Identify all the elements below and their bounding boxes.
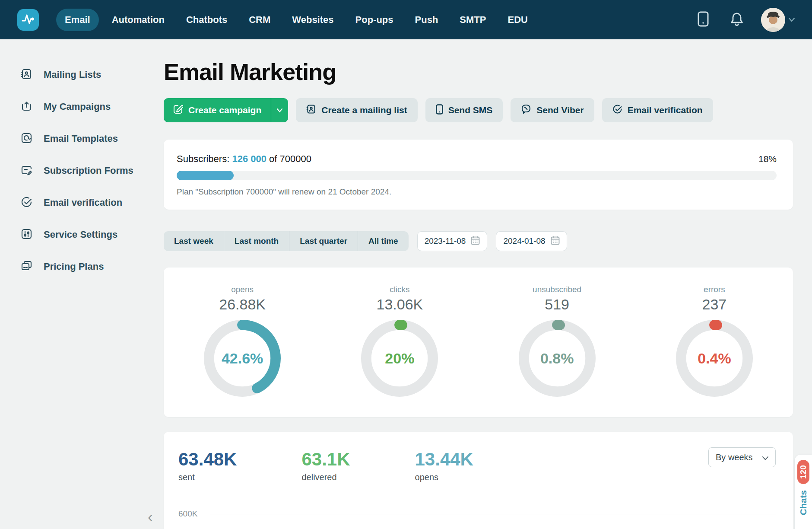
send-viber-button[interactable]: Send Viber [511,98,594,122]
mobile-app-button[interactable] [694,10,713,29]
subscribers-prefix: Subscribers: [177,153,229,164]
form-pencil-icon [21,164,32,178]
stat-value: 63.48K [178,449,237,470]
email-verification-button[interactable]: Email verification [602,98,713,122]
range-all-time[interactable]: All time [358,231,409,251]
plan-renewal-note: Plan "Subscription 700000" will renew on… [177,187,777,197]
stat-sent: 63.48K sent [178,449,237,482]
page-title: Email Marketing [164,58,793,85]
sidebar-item-label: Service Settings [44,229,117,240]
gridline [210,514,776,514]
gauge-donut: 0.4% [676,320,753,397]
summary-stats-row: 63.48K sent 63.1K delivered 13.44K opens [178,449,776,482]
main-content: Email Marketing Create campaign Create a… [164,39,812,529]
chart-axis-row: 600K [178,509,776,519]
chats-side-tab[interactable]: 120 Chats [795,455,812,529]
gauge-value: 237 [702,296,727,313]
stat-label: opens [415,472,473,482]
create-campaign-button[interactable]: Create campaign [164,98,271,122]
address-book-icon [21,68,32,82]
nav-item-push[interactable]: Push [406,9,447,31]
nav-item-automation[interactable]: Automation [103,9,173,31]
chevron-down-icon [789,16,795,24]
send-sms-button[interactable]: Send SMS [425,98,503,122]
create-mailing-list-label: Create a mailing list [321,105,407,115]
gauge-label: unsubscribed [533,285,581,294]
sidebar-item-label: My Campaigns [44,101,111,112]
chats-label: Chats [798,490,809,515]
summary-chart-card: 63.48K sent 63.1K delivered 13.44K opens… [164,432,793,529]
gauge-percent: 0.4% [676,320,753,397]
range-last-week[interactable]: Last week [164,231,224,251]
gauge-donut: 0.8% [519,320,596,397]
nav-item-chatbots[interactable]: Chatbots [178,9,236,31]
sidebar-item-label: Pricing Plans [44,261,104,272]
check-circle-icon [21,196,32,210]
sidebar-item-label: Email verification [44,197,122,208]
templates-icon [21,132,32,146]
stat-value: 63.1K [301,449,350,470]
nav-item-smtp[interactable]: SMTP [451,9,495,31]
gauge-percent: 0.8% [519,320,596,397]
pulse-icon [21,12,35,28]
notifications-button[interactable] [727,10,746,29]
check-circle-icon [612,104,622,116]
y-axis-tick: 600K [178,509,197,519]
subscribers-progress-fill [177,171,234,180]
range-last-quarter[interactable]: Last quarter [289,231,358,251]
phone-icon [436,104,443,117]
range-last-month[interactable]: Last month [224,231,289,251]
create-campaign-dropdown[interactable] [271,98,288,122]
address-book-icon [306,104,316,116]
date-range-segmented-control: Last week Last month Last quarter All ti… [164,231,409,251]
mobile-phone-icon [698,11,709,29]
gauge-clicks: clicks 13.06K 20% [321,285,478,417]
subscribers-count[interactable]: 126 000 [232,153,266,164]
date-from-picker[interactable]: 2023-11-08 [417,231,488,251]
sidebar-item-my-campaigns[interactable]: My Campaigns [0,91,164,123]
sliders-icon [21,228,32,242]
email-verification-label: Email verification [628,105,703,115]
viber-icon [521,104,531,117]
sidebar-item-service-settings[interactable]: Service Settings [0,219,164,251]
sidebar-collapse-button[interactable]: ‹ [145,507,155,526]
date-to-value: 2024-01-08 [503,236,545,246]
avatar [761,8,785,32]
brand-logo[interactable] [17,9,39,31]
gauge-value: 519 [545,296,569,313]
nav-item-edu[interactable]: EDU [499,9,536,31]
sidebar-item-pricing-plans[interactable]: Pricing Plans [0,251,164,283]
grouping-select[interactable]: By weeks [708,447,776,467]
pricing-cards-icon [21,260,32,274]
gauge-label: clicks [390,285,409,294]
gauge-label: opens [231,285,254,294]
sidebar-item-mailing-lists[interactable]: Mailing Lists [0,59,164,91]
sidebar-item-email-templates[interactable]: Email Templates [0,123,164,155]
gauge-opens: opens 26.88K 42.6% [164,285,321,417]
subscribers-line: Subscribers: 126 000 of 700000 [177,153,311,165]
subscribers-progress-track [177,171,777,180]
navbar-right [694,8,795,32]
nav-item-email[interactable]: Email [56,9,99,31]
nav-item-crm[interactable]: CRM [240,9,279,31]
sidebar-item-email-verification[interactable]: Email verification [0,187,164,219]
subscribers-card: Subscribers: 126 000 of 700000 18% Plan … [164,140,793,210]
gauge-donut: 42.6% [204,320,281,397]
stat-label: sent [178,472,237,482]
create-mailing-list-button[interactable]: Create a mailing list [296,98,417,122]
create-campaign-label: Create campaign [188,105,261,115]
nav-item-popups[interactable]: Pop-ups [347,9,402,31]
chats-unread-badge: 120 [797,460,809,484]
top-navbar: Email Automation Chatbots CRM Websites P… [0,0,812,39]
calendar-icon [551,236,560,247]
stat-opens: 13.44K opens [415,449,473,482]
date-to-picker[interactable]: 2024-01-08 [496,231,567,251]
gauge-value: 13.06K [376,296,423,313]
user-menu[interactable] [761,8,795,32]
subscribers-percent: 18% [758,154,777,164]
gauge-unsubscribed: unsubscribed 519 0.8% [479,285,636,417]
nav-item-websites[interactable]: Websites [283,9,342,31]
sidebar-item-subscription-forms[interactable]: Subscription Forms [0,155,164,187]
subscribers-total: of 700000 [266,153,311,164]
grouping-value: By weeks [716,453,753,462]
